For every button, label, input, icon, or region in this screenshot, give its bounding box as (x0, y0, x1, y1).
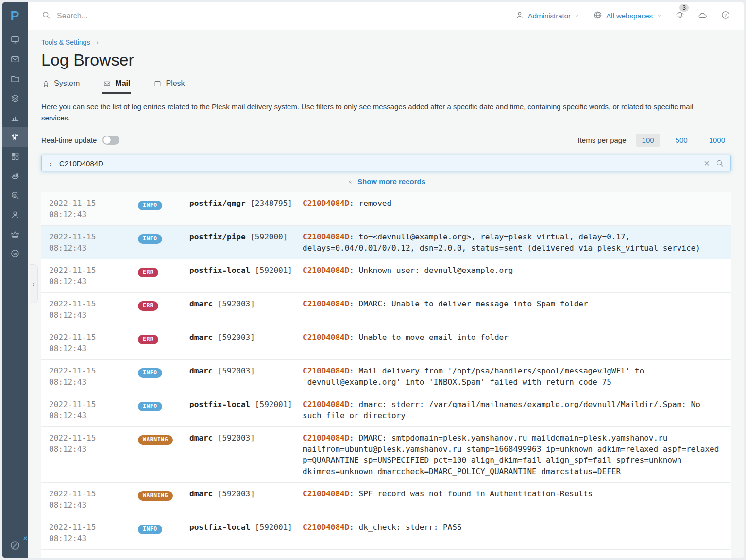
sidebar-item-docker-whale[interactable] (2, 166, 28, 186)
chevron-right-icon: › (96, 38, 99, 46)
log-level-badge: ERR (138, 335, 158, 344)
tab-plesk[interactable]: Plesk (153, 79, 185, 94)
notifications-button[interactable]: 3 (675, 10, 685, 22)
close-icon[interactable]: × (23, 534, 28, 542)
log-message-cell: C210D4084D: Unable to move email into fo… (303, 332, 723, 354)
monitor-icon (10, 35, 20, 45)
sidebar-item-mail[interactable] (2, 50, 28, 69)
sidebar-item-folder[interactable] (2, 69, 28, 88)
log-service-pid: [592003] (213, 366, 255, 375)
grid-icon (10, 152, 20, 161)
sidebar-item-grid[interactable] (2, 147, 28, 166)
page-size-option-100[interactable]: 100 (636, 134, 660, 147)
sidebar-item-user[interactable] (2, 205, 28, 224)
question-icon: ? (721, 10, 730, 22)
log-timestamp: 2022-11-15 08:12:43 (49, 555, 138, 558)
person-icon (515, 10, 525, 21)
log-message-text: DKIM Feed: No signature (359, 556, 467, 558)
log-row: 2022-11-15 08:12:43INFOpostfix-local [59… (41, 393, 731, 427)
sidebar-item-sliders[interactable] (2, 127, 28, 147)
log-message-text: Unable to move email into folder (359, 333, 509, 342)
sidebar-item-site-search[interactable]: @ (2, 186, 28, 205)
filter-expand-button[interactable]: › (42, 159, 59, 168)
log-service-cell: postfix-local [592001] (189, 265, 303, 287)
log-service-cell: dk_check [592002] (189, 555, 303, 558)
user-icon (10, 210, 20, 220)
log-message-id: C210D4084D (303, 433, 349, 442)
log-service-pid: [592003] (213, 433, 255, 442)
breadcrumb-link[interactable]: Tools & Settings (41, 38, 90, 46)
mail-icon (10, 54, 20, 64)
log-level-badge: ERR (138, 268, 158, 277)
sidebar-item-monitor[interactable] (2, 30, 28, 50)
log-message-cell: C210D4084D: to=<devnull@example.org>, re… (303, 231, 723, 254)
help-button[interactable]: ? (721, 10, 730, 22)
filter-search-icon[interactable] (715, 159, 724, 168)
sidebar-nav: @W (2, 30, 28, 263)
log-level-badge: WARNING (138, 491, 173, 501)
log-timestamp: 2022-11-15 08:12:43 (49, 399, 138, 421)
feedback-widget[interactable]: × (2, 540, 28, 553)
log-message-cell: C210D4084D: removed (303, 198, 723, 220)
webspaces-menu[interactable]: All webspaces (593, 10, 662, 21)
log-level-badge: INFO (138, 234, 162, 244)
feedback-compass-icon (9, 544, 21, 553)
penguin-icon (42, 80, 50, 88)
log-service-name: dmarc (189, 299, 213, 308)
log-service-name: dk_check (189, 556, 227, 558)
log-timestamp: 2022-11-15 08:12:43 (49, 488, 138, 510)
sidebar-item-wordpress[interactable]: W (2, 244, 28, 263)
user-menu[interactable]: Administrator (515, 10, 580, 21)
log-service-cell: postfix-local [592001] (189, 522, 303, 544)
square-icon (153, 80, 162, 88)
layers-icon (10, 93, 20, 103)
realtime-toggle[interactable] (102, 136, 119, 145)
page-size-option-1000[interactable]: 1000 (703, 134, 731, 147)
cloud-button[interactable] (698, 10, 708, 22)
plesk-logo[interactable]: P (2, 2, 28, 30)
log-service-name: dmarc (189, 433, 213, 442)
show-more-row: Show more records (41, 171, 731, 192)
tab-mail-label: Mail (115, 79, 130, 88)
tab-plesk-label: Plesk (166, 79, 185, 88)
show-more-link[interactable]: Show more records (357, 177, 425, 186)
sidebar-expand-handle[interactable]: › (30, 264, 38, 303)
log-level-badge: INFO (138, 525, 162, 534)
log-row: 2022-11-15 08:12:43ERRpostfix-local [592… (41, 259, 731, 293)
sidebar-item-layers[interactable] (2, 88, 28, 108)
log-service-name: postfix-local (189, 400, 250, 409)
log-message-id: C210D4084D (303, 523, 349, 532)
log-message-id: C210D4084D (303, 366, 349, 375)
log-level-badge: INFO (138, 201, 162, 210)
log-message-id: C210D4084D (303, 232, 349, 241)
wordpress-icon: W (10, 249, 20, 258)
page-size-option-500[interactable]: 500 (670, 134, 694, 147)
log-message-text: SPF record was not found in Authenticati… (359, 489, 593, 498)
log-level-cell: INFO (138, 198, 189, 220)
log-timestamp: 2022-11-15 08:12:43 (49, 365, 138, 388)
global-search-input[interactable] (56, 11, 211, 21)
log-message-id: C210D4084D (303, 299, 349, 308)
log-level-cell: ERR (138, 265, 189, 287)
breadcrumb: Tools & Settings › (41, 38, 731, 46)
log-level-cell: INFO (138, 231, 189, 254)
log-level-badge: INFO (138, 402, 162, 411)
crown-icon (10, 229, 20, 239)
log-message-cell: C210D4084D: dk_check: stderr: PASS (303, 522, 723, 544)
log-service-name: postfix-local (189, 523, 250, 532)
bell-icon (675, 10, 685, 22)
docker-whale-icon (10, 171, 20, 181)
log-message-id: C210D4084D (303, 400, 349, 409)
log-service-name: dmarc (189, 366, 213, 375)
global-search[interactable] (41, 10, 515, 22)
clear-filter-icon[interactable]: × (698, 158, 715, 168)
sidebar-item-bar-chart[interactable] (2, 108, 28, 127)
filter-input[interactable] (59, 159, 698, 168)
log-message-id: C210D4084D (303, 266, 349, 275)
tab-system[interactable]: System (41, 79, 80, 94)
tab-mail[interactable]: Mail (102, 79, 131, 94)
log-message-id: C210D4084D (303, 489, 349, 498)
cloud-icon (698, 10, 708, 22)
page-content: Tools & Settings › Log Browser System Ma… (28, 30, 744, 558)
sidebar-item-crown[interactable] (2, 224, 28, 244)
